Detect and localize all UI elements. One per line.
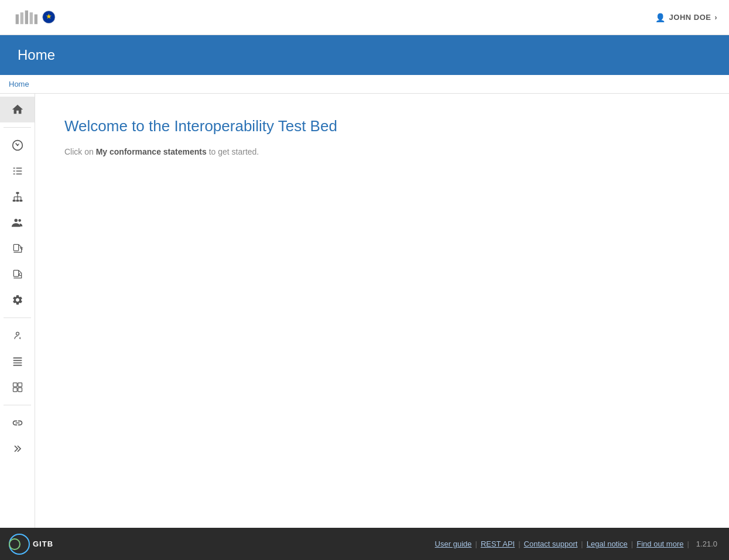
svg-rect-2 bbox=[25, 11, 28, 24]
content-heading: Welcome to the Interoperability Test Bed bbox=[64, 117, 700, 135]
org-icon bbox=[12, 191, 23, 203]
user-guide-link[interactable]: User guide bbox=[435, 539, 472, 548]
sidebar-item-expand[interactable] bbox=[0, 436, 35, 462]
svg-rect-12 bbox=[16, 170, 22, 172]
svg-rect-36 bbox=[18, 388, 22, 392]
admin-settings-icon bbox=[12, 330, 23, 342]
svg-point-24 bbox=[14, 219, 18, 223]
title-bar: Home bbox=[0, 35, 729, 75]
svg-rect-31 bbox=[13, 363, 22, 364]
sep-4: | bbox=[631, 539, 633, 548]
svg-rect-13 bbox=[13, 173, 15, 175]
svg-point-28 bbox=[16, 332, 19, 335]
svg-rect-26 bbox=[13, 244, 18, 251]
svg-rect-15 bbox=[16, 192, 19, 194]
content-description: Click on My conformance statements to ge… bbox=[64, 147, 700, 156]
expand-icon bbox=[12, 443, 23, 455]
admin-board-icon bbox=[12, 381, 23, 393]
chevron-right-icon: › bbox=[715, 13, 718, 22]
sidebar-item-list[interactable] bbox=[0, 158, 35, 184]
header: ★ 👤 JOHN DOE › bbox=[0, 0, 729, 35]
svg-rect-32 bbox=[13, 365, 22, 366]
sep-2: | bbox=[518, 539, 520, 548]
sidebar-item-admin-list[interactable] bbox=[0, 349, 35, 374]
sidebar-item-dashboard[interactable] bbox=[0, 132, 35, 158]
sidebar-item-link[interactable] bbox=[0, 410, 35, 436]
home-icon bbox=[11, 103, 24, 116]
content-text-suffix: to get started. bbox=[207, 147, 259, 156]
user-menu[interactable]: 👤 JOHN DOE › bbox=[655, 13, 717, 22]
version-label: 1.21.0 bbox=[696, 539, 717, 548]
svg-rect-17 bbox=[16, 200, 19, 202]
main-content: Welcome to the Interoperability Test Bed… bbox=[35, 94, 729, 528]
dashboard-icon bbox=[12, 139, 23, 151]
sidebar-item-home[interactable] bbox=[0, 97, 35, 122]
svg-rect-3 bbox=[30, 12, 33, 24]
svg-text:★: ★ bbox=[46, 13, 52, 21]
legal-notice-link[interactable]: Legal notice bbox=[587, 539, 628, 548]
eu-logo-container: ★ bbox=[12, 4, 59, 30]
rest-api-link[interactable]: REST API bbox=[481, 539, 515, 548]
svg-rect-1 bbox=[20, 12, 23, 24]
list-icon bbox=[12, 165, 23, 177]
username-label: JOHN DOE bbox=[669, 13, 711, 22]
link-icon bbox=[12, 417, 23, 429]
sidebar-item-settings[interactable] bbox=[0, 287, 35, 313]
breadcrumb: Home bbox=[0, 75, 729, 94]
content-text-bold: My conformance statements bbox=[96, 147, 207, 156]
svg-rect-27 bbox=[13, 270, 18, 276]
gitb-logo-icon bbox=[9, 534, 30, 555]
settings-icon bbox=[12, 294, 23, 306]
svg-rect-11 bbox=[13, 170, 15, 172]
sidebar-item-org[interactable] bbox=[0, 184, 35, 210]
find-out-more-link[interactable]: Find out more bbox=[636, 539, 683, 548]
sidebar-item-admin-board[interactable] bbox=[0, 374, 35, 400]
svg-rect-14 bbox=[16, 173, 22, 175]
svg-point-8 bbox=[16, 145, 18, 146]
svg-rect-35 bbox=[13, 388, 17, 392]
main-layout: Welcome to the Interoperability Test Bed… bbox=[0, 94, 729, 528]
svg-rect-16 bbox=[12, 200, 15, 202]
sidebar bbox=[0, 94, 35, 528]
svg-rect-9 bbox=[13, 168, 15, 169]
svg-rect-0 bbox=[16, 15, 19, 25]
admin-list-icon bbox=[12, 356, 23, 367]
users-icon bbox=[11, 216, 24, 229]
footer-logo: GITB bbox=[9, 534, 53, 555]
sidebar-divider-1 bbox=[4, 127, 31, 128]
page-title: Home bbox=[18, 47, 55, 63]
svg-rect-29 bbox=[13, 357, 22, 358]
export-icon bbox=[12, 243, 23, 254]
sidebar-item-export[interactable] bbox=[0, 235, 35, 261]
contact-support-link[interactable]: Contact support bbox=[524, 539, 578, 548]
sep-5: | bbox=[687, 539, 689, 548]
svg-rect-4 bbox=[35, 15, 37, 25]
sep-3: | bbox=[581, 539, 583, 548]
svg-point-25 bbox=[18, 219, 21, 222]
sidebar-divider-3 bbox=[4, 405, 31, 405]
content-text-prefix: Click on bbox=[64, 147, 96, 156]
svg-rect-10 bbox=[16, 168, 22, 169]
footer-links: User guide | REST API | Contact support … bbox=[435, 539, 717, 548]
footer: GITB User guide | REST API | Contact sup… bbox=[0, 528, 729, 560]
eu-logo-icon: ★ bbox=[12, 4, 59, 30]
breadcrumb-home[interactable]: Home bbox=[9, 80, 29, 88]
import-icon bbox=[12, 268, 23, 280]
gitb-label: GITB bbox=[33, 539, 53, 548]
sidebar-item-import[interactable] bbox=[0, 261, 35, 287]
sidebar-item-admin-settings[interactable] bbox=[0, 323, 35, 349]
sidebar-item-users[interactable] bbox=[0, 210, 35, 235]
svg-rect-33 bbox=[13, 383, 17, 387]
sep-1: | bbox=[475, 539, 477, 548]
svg-rect-18 bbox=[19, 200, 22, 202]
sidebar-divider-2 bbox=[4, 317, 31, 318]
svg-rect-30 bbox=[13, 360, 22, 361]
person-icon: 👤 bbox=[655, 13, 666, 22]
svg-rect-34 bbox=[18, 383, 22, 387]
